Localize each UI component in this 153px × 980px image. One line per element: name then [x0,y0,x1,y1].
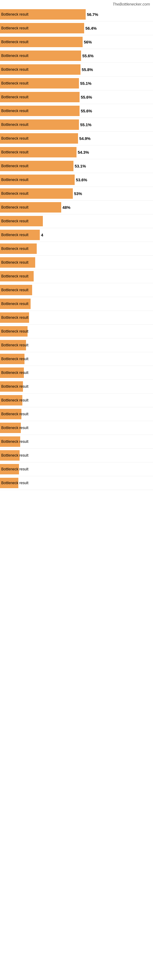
bar: Bottleneck result [0,119,79,130]
bar-row: Bottleneck result55.6% [0,49,153,63]
bar-value: 55.6% [81,54,94,58]
bar-container: Bottleneck result [0,409,153,420]
bar-label: Bottleneck result [1,95,29,99]
bar-container: Bottleneck result [0,422,153,433]
bar-row: Bottleneck result [0,242,153,256]
bar-label: Bottleneck result [1,467,29,471]
bar-label: Bottleneck result [1,274,29,278]
site-header: TheBottlenecker.com [0,0,153,8]
bar-value: 55.1% [79,81,91,86]
bar-row: Bottleneck result53% [0,187,153,200]
bar: Bottleneck result [0,78,79,89]
bar-value: 55.1% [79,123,91,127]
bar-label: Bottleneck result [1,288,29,292]
bar-row: Bottleneck result [0,215,153,228]
bar-label: Bottleneck result [1,164,29,168]
bar-value: 53.1% [73,164,86,169]
bar: Bottleneck result [0,285,32,295]
bar-label: Bottleneck result [1,54,29,58]
bar-row: Bottleneck result [0,380,153,393]
bar-row: Bottleneck result56.4% [0,21,153,35]
bar-container: Bottleneck result55.1% [0,78,153,89]
bar-value: 55.8% [80,67,93,72]
bar: Bottleneck result [0,354,24,364]
bar-container: Bottleneck result [0,353,153,364]
bar-container: Bottleneck result48% [0,202,153,213]
bar-container: Bottleneck result [0,312,153,323]
bar-label: Bottleneck result [1,260,29,265]
bar-row: Bottleneck result [0,421,153,435]
bar-container: Bottleneck result53.1% [0,161,153,172]
bar-value: 54.9% [78,136,91,141]
bar-label: Bottleneck result [1,26,29,30]
bar: Bottleneck result [0,216,43,226]
bar-container: Bottleneck result53% [0,188,153,199]
bar-container: Bottleneck result56% [0,37,153,48]
bar-label: Bottleneck result [1,67,29,72]
bar: Bottleneck result [0,381,23,392]
bar-container: Bottleneck result [0,436,153,447]
bar-row: Bottleneck result [0,311,153,325]
bar-container: Bottleneck result53.6% [0,174,153,185]
bar: Bottleneck result [0,51,81,61]
bar-row: Bottleneck result55.6% [0,90,153,104]
bar-row: Bottleneck result53.6% [0,173,153,187]
bar-label: Bottleneck result [1,205,29,210]
bar: Bottleneck result [0,271,33,282]
bar-container: Bottleneck result54.9% [0,133,153,144]
bar: Bottleneck result [0,423,21,433]
bar: Bottleneck result [0,409,21,419]
bar-container: Bottleneck result [0,477,153,488]
bar-label: Bottleneck result [1,150,29,154]
bar-label: Bottleneck result [1,136,29,140]
bar-row: Bottleneck result54.3% [0,145,153,159]
bar-container: Bottleneck result55.6% [0,50,153,61]
bar-row: Bottleneck result [0,297,153,311]
bar-label: Bottleneck result [1,247,29,251]
bar-container: Bottleneck result [0,285,153,296]
bar-container: Bottleneck result [0,367,153,378]
bar-value: 55.6% [80,95,92,100]
bar-row: Bottleneck result48% [0,200,153,215]
bar-row: Bottleneck result [0,407,153,421]
bar-label: Bottleneck result [1,481,29,485]
bar-label: Bottleneck result [1,343,29,347]
bar-container: Bottleneck result55.1% [0,119,153,130]
bar-row: Bottleneck result [0,449,153,463]
bar: Bottleneck result [0,326,27,337]
bar: Bottleneck result [0,92,80,102]
bar: Bottleneck result [0,450,19,461]
bar-row: Bottleneck result55.8% [0,63,153,76]
bar-row: Bottleneck result [0,435,153,449]
bar-row: Bottleneck result55.1% [0,118,153,132]
bar-value: 48% [61,205,70,210]
bar-value: 55.6% [80,109,92,113]
bar-container: Bottleneck result55.6% [0,92,153,103]
bar: Bottleneck result [0,133,78,144]
bar: Bottleneck result [0,147,76,158]
bar-value: 56% [83,40,92,45]
bar-row: Bottleneck result [0,463,153,476]
bar: Bottleneck result [0,436,20,447]
bar-label: Bottleneck result [1,315,29,320]
bar-row: Bottleneck result [0,283,153,297]
bar: Bottleneck result [0,464,19,474]
bar-row: Bottleneck result [0,393,153,407]
bar-container: Bottleneck result [0,464,153,475]
bar-container: Bottleneck result4 [0,229,153,240]
bar-row: Bottleneck result4 [0,228,153,242]
bar-row: Bottleneck result55.1% [0,76,153,90]
bar-container: Bottleneck result56.4% [0,23,153,34]
bar-container: Bottleneck result [0,298,153,309]
bar: Bottleneck result [0,368,24,378]
bar-value: 53% [73,191,82,196]
bar-label: Bottleneck result [1,109,29,113]
bar: Bottleneck result [0,161,73,171]
bar-row: Bottleneck result [0,256,153,269]
bar: Bottleneck result [0,202,61,213]
bar: Bottleneck result [0,9,86,20]
bar-row: Bottleneck result [0,269,153,283]
bar: Bottleneck result [0,188,73,199]
bar-container: Bottleneck result [0,216,153,227]
bar-value: 54.3% [76,150,89,155]
